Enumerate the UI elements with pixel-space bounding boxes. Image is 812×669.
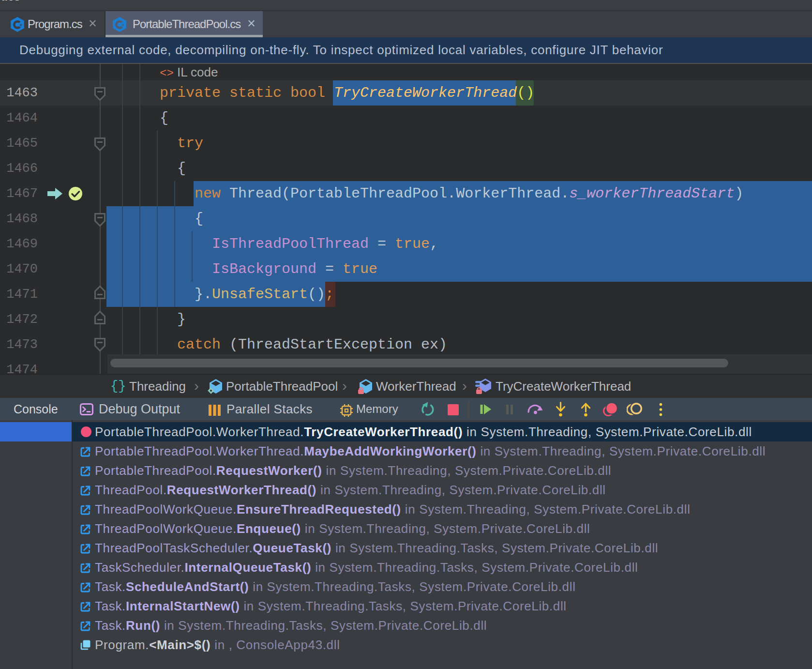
svg-text:#: # [20, 22, 23, 28]
svg-text:#: # [122, 22, 125, 28]
